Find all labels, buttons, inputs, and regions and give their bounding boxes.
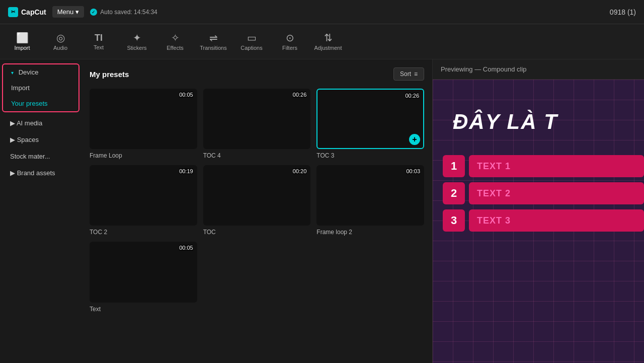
sidebar-import-label: Import [11, 84, 30, 92]
preset-thumb-toc3: 00:26 + [316, 89, 424, 149]
menu-arrow-icon: ▾ [75, 8, 79, 16]
sidebar-item-stock-material[interactable]: Stock mater... [2, 149, 79, 164]
preset-thumb-frame-loop2: 00:03 [316, 165, 424, 226]
preview-rows: 1 TEXT 1 2 TEXT 2 3 TEXT 3 [443, 155, 644, 232]
preset-time-toc2: 00:19 [179, 168, 193, 174]
nav-item-effects[interactable]: ✧ Effects [157, 27, 193, 57]
preview-panel: Previewing — Compound clip ĐÂY LÀ T 1 TE… [433, 59, 644, 363]
preset-name-frame-loop: Frame Loop [90, 152, 197, 159]
preset-thumb-toc4: 00:26 [203, 89, 311, 149]
preset-thumb-frame-loop: 00:05 [90, 89, 197, 149]
preset-name-text: Text [90, 306, 197, 313]
sidebar-item-your-presets[interactable]: Your presets [3, 96, 78, 111]
preview-row-1: 1 TEXT 1 [443, 155, 644, 177]
sidebar-item-spaces[interactable]: ▶ Spaces [2, 132, 79, 148]
logo-icon: ✂ [8, 7, 18, 17]
sidebar-your-presets-label: Your presets [11, 100, 48, 107]
sidebar-ai-media-label: AI media [17, 119, 42, 127]
nav-item-transitions[interactable]: ⇌ Transitions [195, 27, 231, 57]
nav-label-text: Text [94, 44, 104, 50]
sidebar-brand-assets-label: Brand assets [17, 169, 55, 177]
preset-time-text: 00:05 [179, 245, 193, 251]
audio-icon: ◎ [56, 33, 65, 43]
content-title: My presets [90, 70, 129, 79]
import-icon: ⬜ [16, 33, 29, 43]
nav-label-adjustment: Adjustment [314, 45, 342, 51]
preset-add-icon[interactable]: + [409, 134, 420, 145]
preview-content: ĐÂY LÀ T 1 TEXT 1 2 TEXT 2 3 TEXT 3 [433, 80, 644, 363]
nav-label-effects: Effects [167, 45, 183, 51]
sidebar-item-brand-assets[interactable]: ▶ Brand assets [2, 165, 79, 181]
nav-item-filters[interactable]: ⊙ Filters [272, 27, 308, 57]
preview-text-1: TEXT 1 [469, 155, 644, 177]
nav-item-stickers[interactable]: ✦ Stickers [119, 27, 155, 57]
device-expand-icon: ▾ [11, 70, 14, 76]
logo: ✂ CapCut [8, 7, 46, 17]
preset-thumb-text: 00:05 [90, 242, 197, 302]
adjustment-icon: ⇅ [324, 33, 333, 43]
nav-label-import: Import [14, 45, 30, 51]
main-area: ▾ Device Import Your presets ▶ AI media … [0, 59, 644, 363]
preview-text-2: TEXT 2 [469, 182, 644, 204]
autosave-text: Auto saved: 14:54:34 [100, 9, 157, 16]
preset-thumb-toc2: 00:19 [90, 165, 197, 226]
preset-item-toc[interactable]: 00:20 TOC [203, 165, 311, 236]
stickers-icon: ✦ [133, 33, 141, 43]
preset-item-text[interactable]: 00:05 Text [90, 242, 197, 312]
sidebar-stock-label: Stock mater... [10, 153, 50, 160]
text-icon: TI [95, 33, 103, 42]
filters-icon: ⊙ [286, 33, 294, 43]
nav-label-captions: Captions [240, 45, 262, 51]
preview-header-label: Previewing — Compound clip [441, 65, 527, 73]
autosave-icon: ✓ [90, 9, 97, 16]
topbar: ✂ CapCut Menu ▾ ✓ Auto saved: 14:54:34 0… [0, 0, 644, 24]
preview-title-text: ĐÂY LÀ T [453, 110, 558, 134]
preset-item-toc2[interactable]: 00:19 TOC 2 [90, 165, 197, 236]
preset-name-toc2: TOC 2 [90, 229, 197, 236]
presets-grid: 00:05 Frame Loop 00:26 TOC 4 00:26 + TOC… [90, 89, 424, 313]
nav-item-audio[interactable]: ◎ Audio [42, 27, 78, 57]
nav-label-transitions: Transitions [200, 45, 226, 51]
sort-button[interactable]: Sort ≡ [393, 67, 424, 81]
autosave-indicator: ✓ Auto saved: 14:54:34 [90, 9, 157, 16]
content-panel: My presets Sort ≡ 00:05 Frame Loop 00:26… [82, 59, 433, 363]
preset-name-toc3: TOC 3 [316, 152, 424, 159]
preset-time-frame-loop: 00:05 [179, 92, 193, 98]
ai-media-expand-icon: ▶ [10, 119, 15, 127]
nav-item-text[interactable]: TI Text [80, 27, 117, 57]
preview-num-1: 1 [443, 155, 465, 177]
preset-item-toc3[interactable]: 00:26 + TOC 3 [316, 89, 424, 159]
preset-item-frame-loop2[interactable]: 00:03 Frame loop 2 [316, 165, 424, 236]
preset-name-toc: TOC [203, 229, 311, 236]
nav-item-import[interactable]: ⬜ Import [4, 27, 40, 57]
sidebar-item-ai-media[interactable]: ▶ AI media [2, 115, 79, 131]
version-label: 0918 (1) [610, 8, 636, 16]
nav-item-adjustment[interactable]: ⇅ Adjustment [310, 27, 346, 57]
brand-assets-expand-icon: ▶ [10, 169, 15, 177]
nav-label-filters: Filters [282, 45, 297, 51]
sidebar-selected-section: ▾ Device Import Your presets [2, 63, 79, 112]
nav-label-stickers: Stickers [127, 45, 146, 51]
nav-label-audio: Audio [53, 45, 67, 51]
preset-time-toc3: 00:26 [405, 93, 419, 99]
sidebar-item-import[interactable]: Import [3, 80, 78, 96]
preview-num-2: 2 [443, 182, 465, 204]
preset-item-frame-loop[interactable]: 00:05 Frame Loop [90, 89, 197, 159]
nav-item-captions[interactable]: ▭ Captions [233, 27, 270, 57]
spaces-expand-icon: ▶ [10, 136, 15, 143]
sort-icon: ≡ [414, 70, 418, 78]
sidebar-item-device[interactable]: ▾ Device [3, 64, 78, 80]
preview-row-2: 2 TEXT 2 [443, 182, 644, 204]
sidebar-device-label: Device [19, 68, 39, 76]
menu-button[interactable]: Menu ▾ [52, 6, 85, 18]
preview-header: Previewing — Compound clip [433, 59, 644, 80]
preset-time-toc4: 00:26 [293, 92, 307, 98]
topbar-left: ✂ CapCut Menu ▾ ✓ Auto saved: 14:54:34 [8, 6, 157, 18]
preset-item-toc4[interactable]: 00:26 TOC 4 [203, 89, 311, 159]
preview-row-3: 3 TEXT 3 [443, 209, 644, 232]
logo-text: CapCut [21, 8, 46, 16]
preset-time-frame-loop2: 00:03 [406, 168, 420, 174]
sidebar-spaces-label: Spaces [17, 136, 39, 143]
preview-canvas: ĐÂY LÀ T 1 TEXT 1 2 TEXT 2 3 TEXT 3 [433, 80, 644, 363]
preview-text-3: TEXT 3 [469, 209, 644, 232]
